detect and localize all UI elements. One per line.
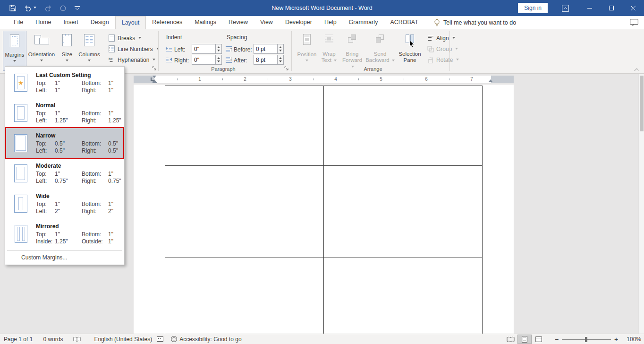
- zoom-out-button[interactable]: −: [553, 335, 560, 343]
- zoom-in-button[interactable]: +: [613, 335, 619, 343]
- minimize-button[interactable]: [579, 0, 601, 16]
- horizontal-ruler[interactable]: 1 2 3 4 5 6 7: [134, 76, 514, 83]
- breaks-button[interactable]: Breaks: [107, 33, 143, 43]
- group-separator: [449, 31, 450, 71]
- ruler-number: 1: [197, 77, 202, 82]
- proofing-icon[interactable]: [73, 336, 81, 342]
- print-layout-button[interactable]: [517, 335, 532, 344]
- accessibility-status[interactable]: Accessibility: Good to go: [171, 336, 241, 343]
- maximize-button[interactable]: [601, 0, 622, 16]
- ruler-right-margin: [491, 76, 514, 83]
- spacing-before-spinner[interactable]: [277, 44, 283, 53]
- margins-option-last-custom-setting[interactable]: ★ Last Custom Setting Top:1" Bottom:1" L…: [6, 68, 124, 98]
- spacing-before-value: 0 pt: [254, 46, 277, 52]
- comments-icon[interactable]: [630, 19, 638, 26]
- undo-icon[interactable]: [24, 5, 36, 11]
- spacing-before-input[interactable]: 0 pt: [254, 44, 284, 54]
- table-border-middle: [323, 86, 324, 334]
- web-layout-button[interactable]: [532, 335, 546, 344]
- breaks-icon: [108, 34, 115, 42]
- indent-right-input[interactable]: 0": [192, 55, 222, 65]
- margins-option-mirrored[interactable]: Mirrored Top:1" Bottom:1" Inside:1.25" O…: [6, 219, 124, 249]
- orientation-button[interactable]: Orientation: [27, 31, 56, 71]
- collapse-ribbon-icon[interactable]: [634, 68, 640, 71]
- keyboard-icon[interactable]: [157, 336, 163, 342]
- position-button[interactable]: Position: [296, 31, 318, 71]
- send-backward-button[interactable]: SendBackward: [365, 31, 395, 71]
- vertical-scrollbar[interactable]: [638, 74, 644, 334]
- zoom-slider-thumb[interactable]: [585, 337, 587, 342]
- scrollbar-thumb[interactable]: [640, 76, 644, 131]
- customize-qat-icon[interactable]: [74, 5, 80, 11]
- sign-in-button[interactable]: Sign in: [518, 3, 548, 13]
- tab-home[interactable]: Home: [29, 16, 57, 29]
- margins-preset-icon: ★: [12, 74, 29, 92]
- tab-developer[interactable]: Developer: [279, 16, 318, 29]
- margins-option-normal[interactable]: Normal Top:1" Bottom:1" Left:1.25" Right…: [6, 98, 124, 128]
- tab-file[interactable]: File: [8, 16, 29, 29]
- ruler-tick: [404, 78, 404, 80]
- word-count-status[interactable]: 0 words: [43, 336, 63, 343]
- zoom-level[interactable]: 100%: [623, 336, 641, 343]
- wrap-text-label-2: Text: [322, 57, 331, 63]
- margins-option-wide[interactable]: Wide Top:1" Bottom:1" Left:2" Right:2": [6, 189, 124, 219]
- redo-icon[interactable]: [44, 5, 52, 11]
- spacing-after-spinner[interactable]: [277, 55, 283, 64]
- left-indent-marker[interactable]: [153, 82, 157, 83]
- close-button[interactable]: [622, 0, 644, 16]
- field-label: Left:: [36, 147, 55, 155]
- tab-references[interactable]: References: [146, 16, 188, 29]
- breaks-label: Breaks: [118, 35, 135, 42]
- field-value: 1": [108, 171, 121, 178]
- tell-me-box[interactable]: Tell me what you want to do: [434, 16, 516, 29]
- tab-design[interactable]: Design: [85, 16, 115, 29]
- tab-acrobat[interactable]: ACROBAT: [384, 16, 424, 29]
- selection-pane-button[interactable]: SelectionPane: [397, 31, 423, 71]
- tab-grammarly[interactable]: Grammarly: [343, 16, 384, 29]
- margins-option-narrow[interactable]: Narrow Top:0.5" Bottom:0.5" Left:0.5" Ri…: [6, 128, 124, 158]
- size-button[interactable]: Size: [58, 31, 76, 71]
- rotate-button[interactable]: Rotate: [426, 55, 460, 65]
- page-setup-dialog-launcher[interactable]: [151, 65, 157, 71]
- indent-right-spinner[interactable]: [215, 55, 221, 64]
- tab-layout[interactable]: Layout: [115, 16, 146, 29]
- read-mode-button[interactable]: [503, 335, 517, 344]
- field-label: Left:: [36, 208, 55, 215]
- group-button[interactable]: Group: [426, 44, 459, 54]
- bring-forward-button[interactable]: BringForward: [340, 31, 364, 71]
- indent-left-input[interactable]: 0": [192, 44, 222, 54]
- spacing-after-input[interactable]: 8 pt: [254, 55, 284, 65]
- spacing-heading: Spacing: [227, 34, 247, 41]
- language-status[interactable]: English (United States): [94, 336, 152, 343]
- tab-help[interactable]: Help: [318, 16, 343, 29]
- size-label: Size: [62, 52, 72, 58]
- tab-mailings[interactable]: Mailings: [188, 16, 222, 29]
- columns-label: Columns: [78, 52, 100, 58]
- repeat-icon[interactable]: [60, 5, 66, 11]
- chevron-down-icon: [334, 60, 337, 63]
- custom-margins-item[interactable]: Custom Margins...: [6, 252, 124, 263]
- ribbon-display-options-icon[interactable]: [558, 0, 572, 16]
- tab-review[interactable]: Review: [222, 16, 254, 29]
- wrap-text-button[interactable]: WrapText: [319, 31, 339, 71]
- columns-button[interactable]: Columns: [77, 31, 101, 71]
- indent-left-spinner[interactable]: [215, 44, 221, 53]
- margins-option-moderate[interactable]: Moderate Top:1" Bottom:1" Left:0.75" Rig…: [6, 158, 124, 189]
- zoom-slider[interactable]: [562, 335, 611, 344]
- field-label: Left:: [36, 178, 55, 185]
- page-number-status[interactable]: Page 1 of 1: [4, 336, 33, 343]
- hyphenation-button[interactable]: bc Hyphenation: [107, 55, 157, 65]
- ruler-number: 7: [469, 77, 474, 82]
- align-button[interactable]: Align: [426, 33, 457, 43]
- tab-stop-selector[interactable]: [151, 77, 154, 81]
- right-indent-marker[interactable]: [489, 79, 492, 82]
- margins-button[interactable]: Margins: [3, 31, 26, 71]
- paragraph-dialog-launcher[interactable]: [283, 65, 289, 71]
- tab-insert[interactable]: Insert: [58, 16, 85, 29]
- save-icon[interactable]: [9, 5, 16, 11]
- tab-view[interactable]: View: [254, 16, 279, 29]
- line-numbers-button[interactable]: Line Numbers: [107, 44, 161, 54]
- field-label: Right:: [82, 117, 108, 124]
- margins-option-name: Narrow: [36, 132, 121, 139]
- field-value: 1": [55, 201, 82, 208]
